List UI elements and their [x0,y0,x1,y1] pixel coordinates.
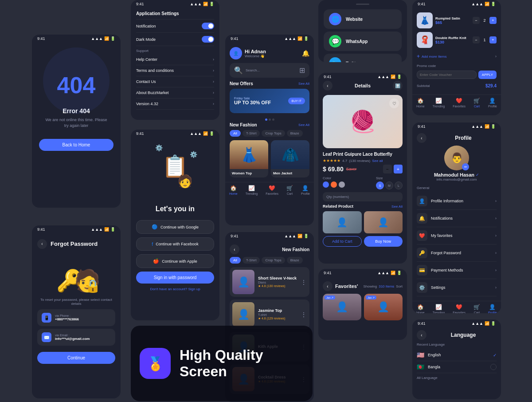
settings-help[interactable]: Help Center › [136,54,214,65]
qty-minus-2[interactable]: − [473,36,480,43]
back-button-fashion[interactable]: ‹ [230,244,239,254]
product-card-2[interactable]: 🧥 Men Jacket [271,140,309,177]
bangla-name: Bangla [428,365,490,369]
see-all-related[interactable]: See All [391,205,403,209]
fashion-filter-all[interactable]: All [230,257,241,264]
dark-mode-toggle[interactable] [202,36,214,43]
plus-qty-button[interactable]: + [394,165,403,173]
product-card-1[interactable]: 👗 Women Top [230,140,268,177]
filter-blaze[interactable]: Blaze [287,130,303,137]
fav-card-1[interactable]: Jan ↗ 👤 [323,294,361,320]
share-whatsapp[interactable]: 💬 WhatsApp [324,32,402,51]
nav-profile-active[interactable]: 👤 Profile [488,304,497,313]
buy-now-button[interactable]: Buy Now [364,236,403,247]
settings-notification[interactable]: Notification [136,20,214,33]
battery-icon-11: 🔋 [491,321,496,326]
share-website[interactable]: 🌐 Website [324,9,402,29]
minus-qty-button[interactable]: − [383,165,392,173]
related-card-1[interactable]: 👤 [323,211,362,233]
menu-settings[interactable]: ⚙️ Settings › [417,279,497,296]
trending-icon-profile: 📈 [435,304,442,310]
see-all-fashion[interactable]: See All [298,123,309,127]
filter-tshirt[interactable]: T-Shirt [243,130,260,137]
fashion-more-2[interactable]: ⋮ [301,311,307,318]
nav-profile[interactable]: 👤 Profile [301,185,310,195]
nav-fav-profile[interactable]: ❤️ Favorites [453,304,466,313]
lang-english[interactable]: 🇺🇸 English ✓ [417,349,497,361]
nav-profile-cart[interactable]: 👤 Profile [488,98,497,108]
nav-cart[interactable]: 🛒 Cart [286,185,293,195]
nav-home-cart[interactable]: 🏠 Home [416,98,425,108]
email-contact-option[interactable]: ✉️ via Email : info***ul@gmail.com [37,329,115,346]
nav-trending[interactable]: 📈 Trending [246,185,258,195]
sort-label[interactable]: Sort [396,284,403,288]
back-button-profile[interactable]: ‹ [417,133,426,143]
edit-profile-button[interactable]: ✏ [462,163,469,170]
menu-my-favorites[interactable]: ❤️ My favorites › [417,227,497,244]
fashion-more-1[interactable]: ⋮ [301,279,307,286]
see-all-offers[interactable]: See All [298,82,309,86]
menu-forgot-password[interactable]: 🔑 Forgot Password › [417,244,497,262]
apple-login-button[interactable]: 🍎 Continue with Apple [136,254,214,268]
nav-cart-profile[interactable]: 🛒 Cart [473,304,480,313]
notification-icon[interactable]: 🔔 [302,50,309,57]
nav-home[interactable]: 🏠 Home [229,185,238,195]
filter-icon[interactable]: ⊞ [299,66,305,75]
search-bar[interactable]: 🔍 Search... ⊞ [230,63,309,78]
fav-card-2[interactable]: Jan ↗ 👤 [364,294,403,320]
fashion-filter-crop[interactable]: Crop Tops [262,257,285,264]
fashion-filter-blaze[interactable]: Blaze [287,257,303,264]
add-more-items[interactable]: + Add more Items › [417,51,497,61]
lang-bangla[interactable]: 🇧🇩 Bangla [417,361,497,373]
see-reviews[interactable]: See all [372,159,383,163]
google-login-button[interactable]: 🔵 Continue with Google [136,220,214,234]
menu-profile-info[interactable]: 👤 Profile Information › [417,193,497,210]
settings-terms[interactable]: Terms and conditions › [136,65,214,76]
fashion-item-1[interactable]: 👤 Short Sleeve V-Neck Dians ★ 4.8 (130 r… [230,267,309,297]
back-to-home-button[interactable]: Back to Home [39,139,113,151]
qty-plus-2[interactable]: + [489,36,497,43]
add-to-cart-button[interactable]: Add to Cart [323,236,362,247]
apply-button[interactable]: APPLY [478,71,497,79]
notification-toggle[interactable] [202,23,214,29]
settings-contact[interactable]: Contact Us › [136,76,214,87]
promo-input[interactable] [417,71,477,79]
size-m[interactable]: M [385,181,393,189]
facebook-login-button[interactable]: f Continue with Facebook [136,237,214,251]
share-button[interactable]: ⬆️ [393,81,403,91]
nav-home-profile[interactable]: 🏠 Home [416,304,425,313]
fashion-item-2[interactable]: 👤 Jasmine Top T-shirt ★ 4.8 (129 reviews… [230,300,309,329]
settings-about[interactable]: About BuzzMarket › [136,87,214,99]
phone-contact-option[interactable]: 📱 via Phone : +880***763866 [37,309,115,326]
filter-crop[interactable]: Crop Tops [262,130,285,137]
color-orange[interactable] [331,181,337,188]
size-s[interactable]: S [376,181,384,189]
color-gray[interactable] [339,181,345,188]
menu-payment[interactable]: 💳 Payment Methods › [417,262,497,279]
nav-trending-profile[interactable]: 📈 Trending [433,304,445,313]
back-button-language[interactable]: ‹ [417,330,426,340]
back-button-favorites[interactable]: ‹ [323,281,332,291]
share-twitter[interactable]: 🐦 Twitter [324,54,402,62]
nav-fav-cart[interactable]: ❤️ Favorites [453,98,466,108]
favorite-button[interactable]: ♡ [389,99,399,108]
back-button-forgot[interactable]: ‹ [37,239,47,249]
qty-minus-1[interactable]: − [473,17,480,24]
nav-trending-cart[interactable]: 📈 Trending [433,98,445,108]
related-card-2[interactable]: 👤 [364,211,403,233]
nav-cart-active[interactable]: 🛒 Cart [473,98,480,108]
promo-cta[interactable]: BUY IT [288,98,305,104]
color-blue[interactable] [323,181,329,188]
qty-plus-1[interactable]: + [489,17,497,24]
continue-button-forgot[interactable]: Continue [37,352,115,364]
settings-dark-mode[interactable]: Dark Mode [136,33,214,46]
menu-notifications[interactable]: 🔔 Notifications › [417,210,497,227]
fashion-filter-tshirt[interactable]: T-Shirt [243,257,260,264]
nav-favorites[interactable]: ❤️ Favorites [266,185,278,195]
promo-banner[interactable]: Friday Sale UP TO 30% OFF BUY IT [230,89,309,113]
filter-all[interactable]: All [230,130,241,137]
size-l[interactable]: L [395,181,403,189]
signup-link[interactable]: Sign up [188,287,200,291]
password-login-button[interactable]: Sign in with password [136,272,214,284]
back-button-product[interactable]: ‹ [323,81,332,91]
